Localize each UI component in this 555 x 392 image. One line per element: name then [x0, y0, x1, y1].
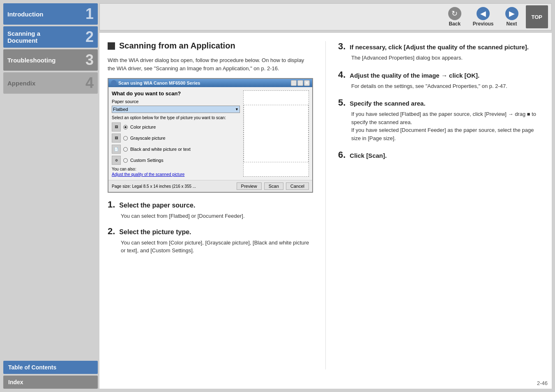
scan-preview-area — [243, 90, 309, 177]
custom-option-icon: ⚙ — [112, 156, 121, 165]
dialog-footer: Page size: Legal 8.5 x 14 inches (216 x … — [108, 180, 312, 192]
dialog-titlebar: Scan using WIA Canon MF6500 Series _ □ ✕ — [108, 79, 312, 87]
wia-dialog: Scan using WIA Canon MF6500 Series _ □ ✕… — [108, 78, 313, 193]
page-number: 2-46 — [99, 378, 552, 389]
sidebar-item-troubleshooting[interactable]: Troubleshooting 3 — [3, 49, 98, 71]
content-left: Scanning from an Application With the WI… — [108, 41, 326, 369]
select-type-label: Select an option below for the type of p… — [112, 115, 240, 120]
back-button[interactable]: ↻ Back — [442, 5, 467, 28]
sidebar-item-label: Scanning aDocument — [7, 30, 40, 44]
step-4: 4. Adjust the quality of the image → cli… — [338, 69, 543, 90]
dialog-option-bw[interactable]: 📄 Black and white picture or text — [112, 145, 240, 154]
step-3-header: 3. If necessary, click [Adjust the quali… — [338, 41, 543, 52]
select-arrow-icon: ▼ — [235, 107, 239, 111]
sidebar-item-appendix[interactable]: Appendix 4 — [3, 72, 98, 94]
scan-preview-image — [244, 105, 309, 162]
step-3-body: The [Advanced Properties] dialog box app… — [338, 54, 543, 62]
minimize-button[interactable]: _ — [291, 80, 297, 86]
preview-button[interactable]: Preview — [237, 182, 262, 190]
grayscale-option-icon: 🖼 — [112, 134, 121, 143]
page-title: Scanning from an Application — [108, 41, 313, 51]
dialog-window-controls: _ □ ✕ — [291, 80, 310, 86]
step-5-body: If you have selected [Flatbed] as the pa… — [338, 110, 543, 142]
sidebar-item-introduction[interactable]: Introduction 1 — [3, 3, 98, 25]
previous-icon: ◀ — [477, 7, 490, 20]
top-nav: ↻ Back ◀ Previous ▶ Next TOP — [99, 3, 552, 30]
radio-color[interactable] — [123, 125, 128, 129]
content-area: Scanning from an Application With the WI… — [99, 33, 552, 378]
step-3: 3. If necessary, click [Adjust the quali… — [338, 41, 543, 62]
top-button[interactable]: TOP — [526, 5, 548, 28]
dialog-left-panel: What do you want to scan? Paper source F… — [112, 90, 240, 177]
step-6: 6. Click [Scan]. — [338, 150, 543, 160]
intro-paragraph: With the WIA driver dialog box open, fol… — [108, 56, 313, 72]
radio-bw[interactable] — [123, 147, 128, 152]
dialog-option-color[interactable]: 🖼 Color picture — [112, 122, 240, 131]
also-label: You can also: — [112, 167, 240, 171]
title-text: Scanning from an Application — [119, 41, 235, 51]
dialog-option-grayscale[interactable]: 🖼 Grayscale picture — [112, 134, 240, 143]
maximize-button[interactable]: □ — [297, 80, 303, 86]
step-4-header: 4. Adjust the quality of the image → cli… — [338, 69, 543, 80]
step-5-header: 5. Specify the scanned area. — [338, 97, 543, 108]
sidebar-index-button[interactable]: Index — [3, 376, 98, 389]
sidebar-item-label: Appendix — [7, 80, 35, 87]
close-button[interactable]: ✕ — [304, 80, 310, 86]
color-option-icon: 🖼 — [112, 122, 121, 131]
content-right: 3. If necessary, click [Adjust the quali… — [326, 41, 543, 369]
step-1: 1. Select the paper source. You can sele… — [108, 199, 313, 220]
sidebar-item-number: 2 — [85, 30, 94, 44]
back-icon: ↻ — [448, 7, 461, 20]
radio-grayscale[interactable] — [123, 136, 128, 141]
sidebar-item-number: 4 — [85, 76, 94, 90]
title-icon — [108, 42, 115, 50]
sidebar-item-number: 1 — [85, 7, 94, 21]
sidebar-item-label: Troubleshooting — [7, 57, 56, 64]
bw-option-icon: 📄 — [112, 145, 121, 154]
step-1-body: You can select from [Flatbed] or [Docume… — [108, 212, 313, 220]
sidebar: Introduction 1 Scanning aDocument 2 Trou… — [3, 3, 98, 389]
step-1-header: 1. Select the paper source. — [108, 199, 313, 210]
dialog-heading: What do you want to scan? — [112, 90, 240, 97]
dialog-body: What do you want to scan? Paper source F… — [108, 87, 312, 180]
sidebar-item-label: Introduction — [7, 11, 43, 18]
paper-source-label: Paper source — [112, 99, 240, 104]
dialog-option-custom[interactable]: ⚙ Custom Settings — [112, 156, 240, 165]
paper-source-select[interactable]: Flatbed ▼ — [112, 106, 240, 113]
sidebar-item-number: 3 — [85, 53, 94, 67]
step-6-header: 6. Click [Scan]. — [338, 150, 543, 160]
sidebar-item-scanning[interactable]: Scanning aDocument 2 — [3, 26, 98, 48]
step-5: 5. Specify the scanned area. If you have… — [338, 97, 543, 142]
step-2: 2. Select the picture type. You can sele… — [108, 226, 313, 255]
next-icon: ▶ — [505, 7, 518, 20]
step-2-header: 2. Select the picture type. — [108, 226, 313, 237]
page-size-label: Page size: Legal 8.5 x 14 inches (216 x … — [112, 184, 234, 189]
next-button[interactable]: ▶ Next — [500, 5, 524, 28]
dialog-icon — [111, 80, 117, 86]
scan-button[interactable]: Scan — [264, 182, 283, 190]
previous-button[interactable]: ◀ Previous — [469, 5, 498, 28]
main-area: ↻ Back ◀ Previous ▶ Next TOP Scanning fr… — [99, 3, 552, 389]
step-2-body: You can select from [Color picture], [Gr… — [108, 239, 313, 255]
sidebar-toc-button[interactable]: Table of Contents — [3, 361, 98, 374]
adjust-quality-link[interactable]: Adjust the quality of the scanned pictur… — [112, 172, 240, 177]
step-4-body: For details on the settings, see "Advanc… — [338, 82, 543, 90]
sidebar-bottom: Table of Contents Index — [3, 361, 98, 389]
cancel-button[interactable]: Cancel — [286, 182, 309, 190]
radio-custom[interactable] — [123, 158, 128, 163]
